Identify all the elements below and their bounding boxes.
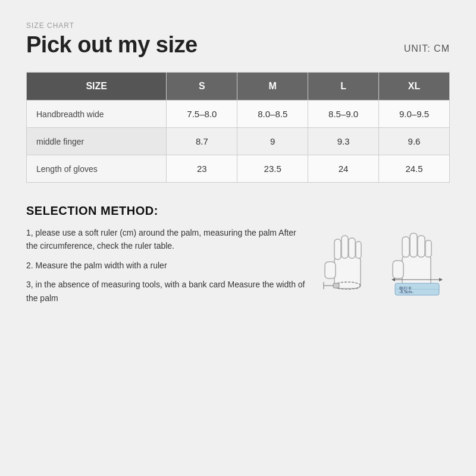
row-2-l: 24	[308, 155, 379, 183]
page-container: SIZE CHART Pick out my size UNIT: CM SIZ…	[0, 0, 476, 332]
svg-rect-12	[402, 237, 409, 257]
selection-method-title: SELECTION METHOD:	[26, 204, 450, 218]
svg-rect-1	[325, 262, 336, 278]
row-label-0: Handbreadth wide	[27, 101, 167, 128]
table-row: Handbreadth wide 7.5–8.0 8.0–8.5 8.5–9.0…	[27, 101, 450, 128]
svg-marker-21	[392, 278, 395, 281]
glove-card-svg: 银行卡 -8.5cm-	[384, 226, 450, 298]
step-2: 2. Measure the palm width with a ruler	[26, 259, 306, 272]
svg-rect-2	[334, 239, 341, 259]
row-label-2: Length of gloves	[27, 155, 167, 183]
svg-rect-5	[356, 242, 361, 258]
row-1-xl: 9.6	[379, 128, 450, 155]
row-0-l: 8.5–9.0	[308, 101, 379, 128]
table-header-row: SIZE S M L XL	[27, 73, 450, 101]
svg-rect-4	[349, 238, 355, 258]
table-row: middle finger 8.7 9 9.3 9.6	[27, 128, 450, 155]
col-size: SIZE	[27, 73, 167, 101]
row-1-l: 9.3	[308, 128, 379, 155]
glove-tape-svg	[318, 226, 377, 298]
row-2-xl: 24.5	[379, 155, 450, 183]
svg-rect-14	[418, 236, 425, 257]
header-row: Pick out my size UNIT: CM	[26, 32, 450, 58]
col-xl: XL	[379, 73, 450, 101]
glove-with-tape	[318, 226, 377, 300]
svg-rect-3	[342, 236, 348, 258]
col-l: L	[308, 73, 379, 101]
table-row: Length of gloves 23 23.5 24 24.5	[27, 155, 450, 183]
glove-with-card: 银行卡 -8.5cm-	[384, 226, 450, 300]
row-2-s: 23	[167, 155, 237, 183]
row-0-s: 7.5–8.0	[167, 101, 237, 128]
col-m: M	[237, 73, 308, 101]
row-label-1: middle finger	[27, 128, 167, 155]
selection-steps: 1, please use a soft ruler (cm) around t…	[26, 226, 318, 311]
step-1: 1, please use a soft ruler (cm) around t…	[26, 226, 306, 253]
selection-content: 1, please use a soft ruler (cm) around t…	[26, 226, 450, 311]
glove-illustration: 银行卡 -8.5cm-	[318, 226, 450, 300]
svg-rect-7	[333, 283, 339, 288]
size-table: SIZE S M L XL Handbreadth wide 7.5–8.0 8…	[26, 72, 450, 183]
svg-rect-11	[393, 261, 403, 278]
row-1-m: 9	[237, 128, 308, 155]
row-0-xl: 9.0–9.5	[379, 101, 450, 128]
page-title: Pick out my size	[26, 32, 198, 58]
row-1-s: 8.7	[167, 128, 237, 155]
svg-rect-13	[410, 233, 417, 257]
size-chart-label: SIZE CHART	[26, 21, 450, 30]
unit-label: UNIT: CM	[404, 43, 450, 58]
row-0-m: 8.0–8.5	[237, 101, 308, 128]
row-2-m: 23.5	[237, 155, 308, 183]
step-3: 3, in the absence of measuring tools, wi…	[26, 278, 306, 305]
col-s: S	[167, 73, 237, 101]
svg-marker-22	[439, 278, 443, 281]
svg-text:-8.5cm-: -8.5cm-	[399, 290, 414, 294]
svg-rect-15	[425, 240, 431, 257]
